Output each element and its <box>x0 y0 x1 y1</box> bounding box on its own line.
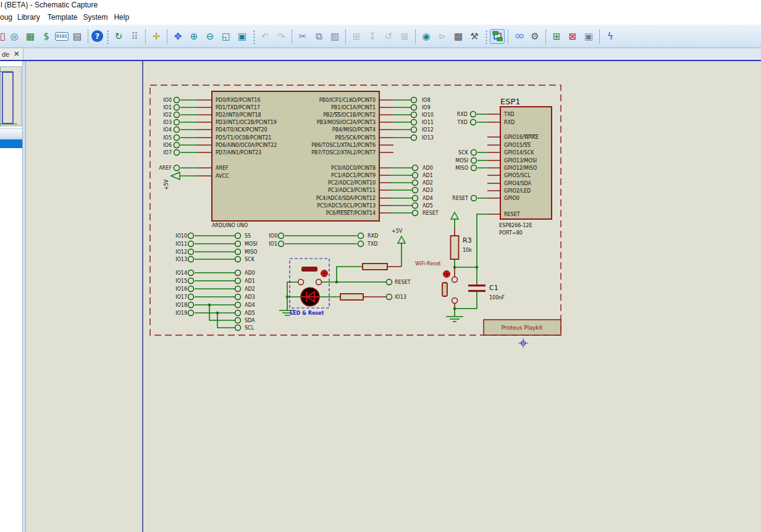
pan-icon[interactable]: ✥ <box>170 29 185 44</box>
design-tool-icon[interactable]: ⚒ <box>467 29 482 44</box>
toolbar-separator <box>145 29 146 44</box>
power-terminal-5v[interactable] <box>451 212 458 219</box>
add-part-icon[interactable]: ⊳ <box>435 29 450 44</box>
resistor-reset-pullup[interactable] <box>363 264 387 270</box>
playkit-label: Proteus Playkit <box>502 325 543 331</box>
resistor-r3[interactable]: R3 10k <box>451 236 473 259</box>
arduino-uno-chip[interactable]: PD0/RXD/PCINT16 PD1/TXD/PCINT17 PD2/INT0… <box>212 91 379 228</box>
tab-schematic[interactable]: de ✕ <box>0 48 23 60</box>
wire-autorouter-icon[interactable] <box>490 29 505 44</box>
chip-pin-label: TXD <box>503 112 515 117</box>
menu-help[interactable]: Help <box>114 11 129 23</box>
zoom-in-icon[interactable]: ⊕ <box>187 29 201 44</box>
block-move-icon[interactable]: ↧ <box>365 29 380 44</box>
power-terminal-5v[interactable]: +5V <box>392 228 405 243</box>
terminal-label: RXD <box>457 112 468 117</box>
menu-debug[interactable]: oug <box>0 11 12 23</box>
block-delete-icon[interactable]: ⊠ <box>397 29 412 44</box>
terminal-label: IO4 <box>163 127 172 133</box>
report-icon[interactable]: ▤ <box>70 29 85 44</box>
schematic-doc-icon[interactable]: ▦ <box>23 29 38 44</box>
cut-icon[interactable]: ✂ <box>295 29 310 44</box>
terminal-label: AD5 <box>423 203 433 209</box>
playkit-box[interactable]: Proteus Playkit <box>484 320 561 335</box>
capacitor-c1[interactable]: C1 100nF <box>468 284 505 301</box>
chip-pin-label: PD7/AIN1/PCINT23 <box>216 150 261 156</box>
menu-system[interactable]: System <box>83 11 107 23</box>
tab-label: de <box>2 51 9 58</box>
terminal-label: SCK <box>245 257 255 262</box>
undo-icon[interactable]: ↶ <box>258 29 272 44</box>
menu-template[interactable]: Template <box>48 11 78 23</box>
chip-pin-label: GPIO12/MISO <box>504 165 537 171</box>
terminal-label: AD1 <box>423 173 433 178</box>
app-icon[interactable]: ◧ <box>1 29 6 44</box>
terminal-label: MISO <box>245 249 258 255</box>
bill-of-materials-icon[interactable]: $ <box>39 29 54 44</box>
chip-pin-label: GPIO13/MOSI <box>504 158 537 164</box>
terminal-label: AD2 <box>245 286 255 292</box>
toolbar-drag-handle <box>484 29 487 44</box>
terminal-label: IO16 <box>175 286 187 292</box>
zoom-all-icon[interactable]: ▣ <box>235 29 250 44</box>
overview-minimap[interactable] <box>0 67 22 126</box>
terminal-label: IO6 <box>163 143 172 148</box>
help-icon[interactable]: ? <box>91 30 103 42</box>
remove-sheet-icon[interactable]: ⊠ <box>565 29 580 44</box>
power-terminal-5v[interactable]: +5V <box>164 172 180 190</box>
terminal-label: IO13 <box>175 257 187 262</box>
terminal-label: IO12 <box>422 127 434 133</box>
redo-icon[interactable]: ↷ <box>274 29 288 44</box>
terminal-label: AD1 <box>245 278 255 284</box>
chip-pin-label: PD3/INT1/OC2B/PCINT19 <box>216 120 277 125</box>
esp8266-chip[interactable]: ESP1 TXD RXD GPIO16/WAKE GPIO15/SS GPIO1… <box>499 97 552 236</box>
led-reset-block[interactable]: LED & Reset <box>290 259 329 316</box>
toolbar-separator <box>599 29 600 44</box>
zoom-world-icon[interactable]: ◎ <box>7 29 22 44</box>
menu-library[interactable]: Library <box>17 11 40 23</box>
r3-ref-label: R3 <box>463 236 472 244</box>
toggle-grid-icon[interactable]: ⠿ <box>127 29 142 44</box>
tab-close-icon[interactable]: ✕ <box>14 50 19 58</box>
terminal-label: IO18 <box>175 302 187 308</box>
toolbar-separator <box>292 29 292 44</box>
zoom-out-icon[interactable]: ⊖ <box>203 29 217 44</box>
zoom-area-icon[interactable]: ◱ <box>219 29 233 44</box>
chip-pin-label: AVCC <box>216 173 229 179</box>
power-label: +5V <box>392 228 403 234</box>
terminal-label: RESET <box>423 210 439 216</box>
led[interactable] <box>301 288 319 306</box>
chip-pin-label: GPIO15/SS <box>504 143 531 148</box>
new-sheet-icon[interactable]: ⊞ <box>549 29 564 44</box>
terminal-label: AD0 <box>245 270 255 276</box>
wifi-reset-button[interactable]: WiFi-Reset <box>415 261 458 304</box>
wire-autorouter-glyph <box>492 31 503 41</box>
zoom-to-part-icon[interactable]: ◉ <box>419 29 434 44</box>
electrical-check-icon[interactable]: ϟ <box>603 29 618 44</box>
copy-icon[interactable]: ⧉ <box>311 29 326 44</box>
property-assignment-icon[interactable]: ⚙ <box>528 29 542 44</box>
terminal-label: IO5 <box>163 135 172 141</box>
chip-pin-label: PC1/ADC1/PCINT9 <box>331 173 376 178</box>
paste-icon[interactable]: ▥ <box>327 29 342 44</box>
toolbar-separator <box>167 29 167 44</box>
design-hierarchy-icon[interactable]: ▣ <box>581 29 596 44</box>
design-explorer-icon[interactable]: 0101 <box>55 32 69 41</box>
ground-symbol[interactable] <box>446 317 463 322</box>
terminal-label: IO3 <box>163 120 172 125</box>
esp-value-label: ESP8266-12E <box>499 223 532 228</box>
terminal-label: SS <box>245 233 251 239</box>
origin-icon[interactable]: ✛ <box>149 29 164 44</box>
terminal-label: RXD <box>368 233 378 239</box>
terminal-label: IO17 <box>175 294 187 300</box>
terminal-label: IO9 <box>422 105 431 110</box>
resistor-led[interactable] <box>340 294 363 300</box>
block-copy-icon[interactable]: ⊞ <box>349 29 364 44</box>
find-binoculars-icon[interactable]: ⊙⊙ <box>511 29 526 44</box>
chip-pin-label: PB1/OC1A/PCINT1 <box>331 105 376 110</box>
refresh-icon[interactable]: ↻ <box>111 29 126 44</box>
tab-bar: de ✕ <box>0 48 761 61</box>
chip-pin-label: GPIO5/SCL <box>504 173 531 178</box>
block-rotate-icon[interactable]: ↺ <box>381 29 396 44</box>
packaging-tool-icon[interactable]: ▩ <box>451 29 466 44</box>
